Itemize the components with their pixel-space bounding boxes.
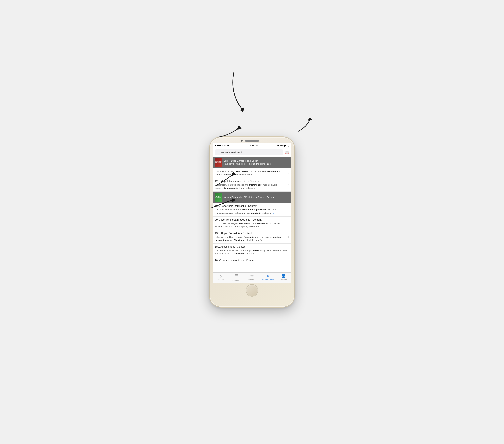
result-seborrheic-title: 192. Seborrheic Dermatitis - Content (215, 204, 287, 208)
result-atopic-content: 190. Atopic Dermatitis - Content ...the … (215, 232, 287, 242)
tab-account-label: Account (280, 278, 287, 281)
clock: 4:26 PM (250, 144, 258, 147)
result-megaloblastic-snippet: ...laboratory features causes and treatm… (215, 183, 287, 190)
result-jia[interactable]: 89. Juvenile Idiopathic Arthritis - Cont… (213, 216, 291, 230)
status-left: IR-TCI (215, 144, 231, 147)
databases-tab-icon (234, 274, 238, 278)
nelson-cover: NELSONESSENTIALS (215, 193, 222, 202)
tab-content-search[interactable]: ● Content Search (261, 274, 275, 281)
volume-up-button[interactable] (209, 180, 209, 191)
speaker-grille (245, 140, 259, 142)
svg-rect-7 (235, 277, 238, 277)
search-bar-container: ⌕ psoriasis treatment 📖 (213, 148, 291, 157)
chevron-right-icon-4: › (288, 222, 289, 225)
status-bar: IR-TCI 4:26 PM ✱ 28% (213, 143, 291, 148)
svg-marker-0 (240, 107, 244, 113)
phone-screen: IR-TCI 4:26 PM ✱ 28% ⌕ psoriasis treatme… (213, 143, 291, 283)
result-megaloblastic-content: 128: Megaloblastic Anemias - Chapter ...… (215, 180, 287, 190)
battery-icon (285, 144, 289, 147)
svg-marker-1 (237, 126, 242, 130)
bookmark-icon[interactable]: 📖 (285, 150, 289, 154)
svg-rect-6 (235, 276, 238, 276)
nelson-title: Nelson Essentials of Pediatrics - Sevent… (224, 196, 274, 199)
chevron-right-icon-6: › (288, 249, 289, 252)
home-button[interactable] (246, 285, 258, 296)
harrisons-title: Sore Throat, Earache, and Upper Harrison… (224, 159, 271, 166)
result-cutaneous-title: 98. Cutaneous Infections - Content (215, 259, 289, 262)
svg-rect-5 (235, 274, 238, 275)
result-jia-snippet: ...disorders of collagen Treatment The t… (215, 222, 287, 228)
harrisons-book-header[interactable]: HARRISON'SPRINCIPLES Sore Throat, Earach… (213, 157, 291, 168)
result-jia-title: 89. Juvenile Idiopathic Arthritis - Cont… (215, 218, 287, 221)
mute-button[interactable] (209, 170, 209, 177)
svg-marker-2 (308, 117, 312, 121)
result-seborrheic-content: 192. Seborrheic Dermatitis - Content ...… (215, 204, 287, 214)
volume-down-button[interactable] (209, 194, 209, 205)
tab-bar: ⌕ Search Databases ☆ Favorite (213, 272, 291, 283)
harrisons-snippet-text: ...with pansinusitis TREATMENT Chronic S… (215, 170, 287, 176)
tab-favorites[interactable]: ☆ Favorites (245, 274, 259, 281)
favorites-tab-icon: ☆ (250, 274, 254, 278)
tab-search[interactable]: ⌕ Search (214, 274, 228, 281)
search-query: psoriasis treatment (219, 151, 242, 154)
power-button[interactable] (295, 182, 295, 198)
tab-search-label: Search (217, 278, 224, 281)
result-assessment-content: 188. Assessment - Content ...eczema verr… (215, 245, 287, 255)
chevron-right-icon-2: › (288, 183, 289, 186)
tab-favorites-label: Favorites (248, 278, 256, 281)
result-seborrheic[interactable]: 192. Seborrheic Dermatitis - Content ...… (213, 203, 291, 216)
search-icon: ⌕ (217, 151, 218, 154)
search-bar[interactable]: ⌕ psoriasis treatment (215, 149, 283, 155)
tab-databases[interactable]: Databases (229, 274, 243, 281)
result-jia-content: 89. Juvenile Idiopathic Arthritis - Cont… (215, 218, 287, 228)
result-atopic[interactable]: 190. Atopic Dermatitis - Content ...the … (213, 230, 291, 244)
phone-shell: IR-TCI 4:26 PM ✱ 28% ⌕ psoriasis treatme… (210, 137, 294, 307)
harrisons-snippet-row[interactable]: ...with pansinusitis TREATMENT Chronic S… (213, 168, 291, 178)
result-atopic-snippet: ...the two conditions coexist Psoriasis … (215, 235, 287, 242)
result-assessment[interactable]: 188. Assessment - Content ...eczema verr… (213, 244, 291, 257)
harrisons-cover: HARRISON'SPRINCIPLES (215, 158, 222, 167)
phone-top (212, 140, 292, 142)
content-area: HARRISON'SPRINCIPLES Sore Throat, Earach… (213, 157, 291, 272)
status-right: ✱ 28% (277, 144, 289, 147)
harrisons-snippet-content: ...with pansinusitis TREATMENT Chronic S… (215, 170, 287, 176)
result-atopic-title: 190. Atopic Dermatitis - Content (215, 232, 287, 235)
battery-percent: 28% (280, 144, 284, 147)
signal-dots (215, 145, 223, 146)
search-tab-icon: ⌕ (219, 274, 222, 278)
result-seborrheic-snippet: ...is topical corticosteroids Treatment … (215, 208, 287, 214)
chevron-right-icon: › (288, 171, 289, 174)
content-search-tab-icon: ● (267, 274, 269, 278)
result-cutaneous[interactable]: 98. Cutaneous Infections - Content (213, 257, 291, 263)
result-assessment-title: 188. Assessment - Content (215, 245, 287, 248)
result-assessment-snippet: ...eczema verrucae warts tumors psoriasi… (215, 249, 287, 255)
tab-databases-label: Databases (232, 279, 241, 281)
chevron-right-icon-5: › (288, 235, 289, 238)
result-megaloblastic[interactable]: 128: Megaloblastic Anemias - Chapter ...… (213, 178, 291, 192)
bluetooth-icon: ✱ (277, 144, 279, 147)
tab-account[interactable]: 👤 Account (276, 274, 290, 281)
front-camera (241, 140, 243, 142)
nelson-book-header[interactable]: NELSONESSENTIALS Nelson Essentials of Pe… (213, 192, 291, 203)
tab-content-search-label: Content Search (261, 278, 274, 281)
carrier-label: IR-TCI (224, 144, 231, 147)
chevron-right-icon-3: › (288, 208, 289, 211)
result-megaloblastic-title: 128: Megaloblastic Anemias - Chapter (215, 180, 287, 183)
scene: IR-TCI 4:26 PM ✱ 28% ⌕ psoriasis treatme… (161, 40, 343, 404)
account-tab-icon: 👤 (281, 274, 286, 278)
